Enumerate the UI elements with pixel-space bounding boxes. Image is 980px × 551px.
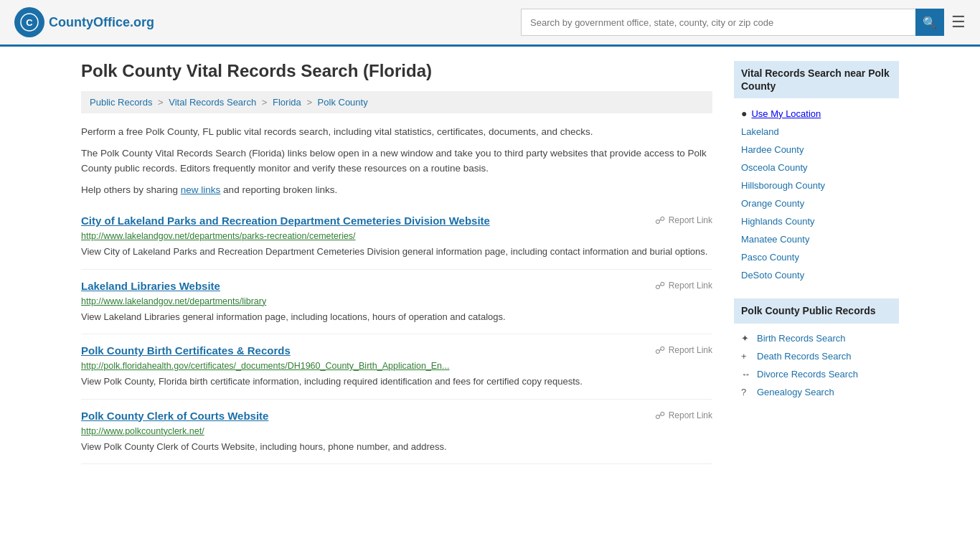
nearby-item[interactable]: Orange County xyxy=(734,194,899,212)
nearby-item-link[interactable]: Highlands County xyxy=(741,216,815,227)
nearby-item-link[interactable]: Osceola County xyxy=(741,162,808,173)
record-entry: Lakeland Libraries Website ☍ Report Link… xyxy=(81,270,712,335)
report-link[interactable]: ☍ Report Link xyxy=(655,410,712,421)
breadcrumb-sep2: > xyxy=(262,97,270,108)
nearby-item-link[interactable]: Lakeland xyxy=(741,126,779,137)
pr-link[interactable]: Divorce Records Search xyxy=(757,369,858,380)
record-header: City of Lakeland Parks and Recreation De… xyxy=(81,215,712,227)
breadcrumb-florida[interactable]: Florida xyxy=(273,97,301,108)
sidebar: Vital Records Search near Polk County ● … xyxy=(734,61,899,464)
nearby-item-link[interactable]: Orange County xyxy=(741,198,804,209)
search-input[interactable] xyxy=(521,9,915,36)
nearby-item-link[interactable]: Hardee County xyxy=(741,144,804,155)
logo-county: CountyOffice xyxy=(49,15,130,29)
record-entry: Polk County Clerk of Courts Website ☍ Re… xyxy=(81,400,712,465)
public-records-item[interactable]: ✦ Birth Records Search xyxy=(734,329,899,347)
breadcrumb-public-records[interactable]: Public Records xyxy=(90,97,152,108)
nearby-item[interactable]: Pasco County xyxy=(734,248,899,266)
nearby-item[interactable]: Osceola County xyxy=(734,159,899,176)
public-records-item[interactable]: + Death Records Search xyxy=(734,347,899,365)
intro-text-1: Perform a free Polk County, FL public vi… xyxy=(81,125,712,139)
records-container: City of Lakeland Parks and Recreation De… xyxy=(81,204,712,464)
report-link[interactable]: ☍ Report Link xyxy=(655,215,712,226)
logo-icon: C xyxy=(14,7,44,37)
report-label: Report Link xyxy=(669,281,712,291)
nearby-item[interactable]: Hardee County xyxy=(734,141,899,159)
flag-icon: ☍ xyxy=(655,344,665,356)
nearby-header: Vital Records Search near Polk County xyxy=(734,61,899,98)
record-title[interactable]: Polk County Birth Certificates & Records xyxy=(81,344,291,357)
record-desc: View City of Lakeland Parks and Recreati… xyxy=(81,245,712,259)
new-links[interactable]: new links xyxy=(181,184,221,195)
intro-text-2: The Polk County Vital Records Search (Fl… xyxy=(81,146,712,176)
page-title: Polk County Vital Records Search (Florid… xyxy=(81,61,712,81)
breadcrumb-sep1: > xyxy=(158,97,166,108)
report-link[interactable]: ☍ Report Link xyxy=(655,344,712,356)
nearby-item-link[interactable]: DeSoto County xyxy=(741,270,804,281)
intro-text-3: Help others by sharing new links and rep… xyxy=(81,183,712,197)
header: C CountyOffice.org 🔍 ☰ xyxy=(0,0,980,47)
use-my-location[interactable]: ● Use My Location xyxy=(734,104,899,123)
breadcrumb-polk-county[interactable]: Polk County xyxy=(318,97,368,108)
record-header: Lakeland Libraries Website ☍ Report Link xyxy=(81,280,712,292)
record-desc: View Lakeland Libraries general informat… xyxy=(81,310,712,324)
record-url[interactable]: http://www.lakelandgov.net/departments/p… xyxy=(81,231,712,241)
record-header: Polk County Clerk of Courts Website ☍ Re… xyxy=(81,410,712,422)
public-records-header: Polk County Public Records xyxy=(734,298,899,323)
nearby-item[interactable]: Manatee County xyxy=(734,230,899,248)
record-desc: View Polk County, Florida birth certific… xyxy=(81,375,712,389)
main-container: Polk County Vital Records Search (Florid… xyxy=(67,47,913,479)
nearby-items-container: LakelandHardee CountyOsceola CountyHills… xyxy=(734,123,899,284)
record-header: Polk County Birth Certificates & Records… xyxy=(81,344,712,357)
record-entry: Polk County Birth Certificates & Records… xyxy=(81,334,712,400)
logo-org: .org xyxy=(130,15,154,29)
report-link[interactable]: ☍ Report Link xyxy=(655,280,712,291)
report-label: Report Link xyxy=(669,345,712,355)
record-title[interactable]: City of Lakeland Parks and Recreation De… xyxy=(81,215,490,227)
breadcrumb: Public Records > Vital Records Search > … xyxy=(81,91,712,113)
location-icon: ● xyxy=(741,108,747,119)
record-url[interactable]: http://www.polkcountyclerk.net/ xyxy=(81,426,712,436)
hamburger-icon: ☰ xyxy=(951,13,966,31)
nearby-item[interactable]: Highlands County xyxy=(734,212,899,230)
svg-text:C: C xyxy=(26,17,33,28)
nearby-item-link[interactable]: Hillsborough County xyxy=(741,180,825,191)
record-url[interactable]: http://www.lakelandgov.net/departments/l… xyxy=(81,296,712,306)
nearby-item[interactable]: DeSoto County xyxy=(734,266,899,284)
search-area: 🔍 ☰ xyxy=(521,9,966,36)
public-records-item[interactable]: ↔ Divorce Records Search xyxy=(734,365,899,383)
nearby-section: Vital Records Search near Polk County ● … xyxy=(734,61,899,284)
flag-icon: ☍ xyxy=(655,280,665,291)
logo-link[interactable]: C CountyOffice.org xyxy=(14,7,154,37)
public-records-section: Polk County Public Records ✦ Birth Recor… xyxy=(734,298,899,400)
pr-icon: ? xyxy=(741,387,751,397)
nearby-item-link[interactable]: Manatee County xyxy=(741,234,809,245)
menu-button[interactable]: ☰ xyxy=(951,14,966,30)
record-title[interactable]: Lakeland Libraries Website xyxy=(81,280,220,292)
nearby-item[interactable]: Lakeland xyxy=(734,123,899,141)
record-desc: View Polk County Clerk of Courts Website… xyxy=(81,440,712,454)
record-url[interactable]: http://polk.floridahealth.gov/certificat… xyxy=(81,361,712,371)
flag-icon: ☍ xyxy=(655,410,665,421)
breadcrumb-vital-records[interactable]: Vital Records Search xyxy=(169,97,256,108)
pr-icon: ↔ xyxy=(741,369,751,380)
pr-link[interactable]: Death Records Search xyxy=(757,351,852,362)
pr-icon: ✦ xyxy=(741,333,751,344)
nearby-item[interactable]: Hillsborough County xyxy=(734,176,899,194)
intro3-pre: Help others by sharing xyxy=(81,184,181,195)
public-records-item[interactable]: ? Genealogy Search xyxy=(734,383,899,401)
search-button[interactable]: 🔍 xyxy=(915,9,944,36)
pr-icon: + xyxy=(741,351,751,362)
record-title[interactable]: Polk County Clerk of Courts Website xyxy=(81,410,268,422)
pr-link[interactable]: Genealogy Search xyxy=(757,387,834,397)
report-label: Report Link xyxy=(669,410,712,420)
public-records-container: ✦ Birth Records Search + Death Records S… xyxy=(734,329,899,401)
search-icon: 🔍 xyxy=(923,16,937,29)
flag-icon: ☍ xyxy=(655,215,665,226)
record-entry: City of Lakeland Parks and Recreation De… xyxy=(81,204,712,270)
nearby-item-link[interactable]: Pasco County xyxy=(741,252,799,263)
logo-text: CountyOffice.org xyxy=(49,15,154,30)
content-area: Polk County Vital Records Search (Florid… xyxy=(81,61,712,464)
use-my-location-link[interactable]: Use My Location xyxy=(751,108,821,119)
pr-link[interactable]: Birth Records Search xyxy=(757,333,846,344)
